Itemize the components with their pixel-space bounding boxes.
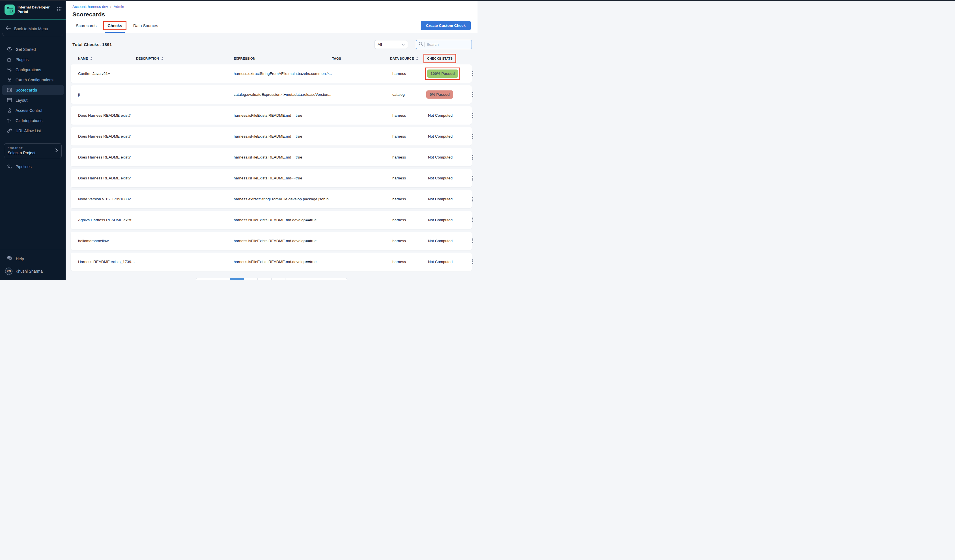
page-button[interactable]: 1 xyxy=(216,278,230,280)
table-row[interactable]: Confirm Java v21+harness.extractStringFr… xyxy=(71,64,472,83)
sort-icon[interactable] xyxy=(90,57,92,61)
sort-icon[interactable] xyxy=(416,57,418,61)
user-menu[interactable]: KS Khushi Sharma xyxy=(0,264,66,280)
cell-expression: harness.isFileExists.README.md.develop==… xyxy=(234,239,332,243)
cell-data-source: harness xyxy=(390,134,426,139)
kebab-menu-icon[interactable] xyxy=(469,216,476,224)
page-button[interactable]: 6 xyxy=(285,278,299,280)
breadcrumb-link[interactable]: Admin xyxy=(114,5,124,9)
cell-checks-stats: Not Computed xyxy=(426,113,469,117)
cell-expression: harness.isFileExists.README.md==true xyxy=(234,176,332,180)
kebab-menu-icon[interactable] xyxy=(469,174,476,183)
tab-checks[interactable]: Checks xyxy=(102,19,128,33)
scorecards-icon xyxy=(7,87,12,92)
tab-data-sources[interactable]: Data Sources xyxy=(130,19,161,33)
sidebar-item-access-control[interactable]: Access Control xyxy=(2,105,64,115)
table-row[interactable]: Harness README exists_173917...harness.i… xyxy=(71,253,472,271)
breadcrumb-link[interactable]: Account: harness-dev xyxy=(72,5,108,9)
stats-text: Not Computed xyxy=(426,113,452,117)
page-button[interactable]: Prev xyxy=(196,278,216,280)
sidebar-item-scorecards[interactable]: Scorecards xyxy=(2,85,64,95)
back-to-main-menu[interactable]: Back to Main Menu xyxy=(0,19,66,33)
table-row[interactable]: Does Harness README exist?harness.isFile… xyxy=(71,106,472,125)
cell-actions xyxy=(469,258,478,266)
sidebar-item-label: URL Allow List xyxy=(16,129,41,133)
sidebar-item-configurations[interactable]: Configurations xyxy=(2,65,64,75)
table-header-row: NAMEDESCRIPTIONEXPRESSIONTAGSDATA SOURCE… xyxy=(71,53,472,64)
kebab-menu-icon[interactable] xyxy=(469,237,476,245)
column-header-checks-stats: CHECKS STATS xyxy=(426,56,469,61)
table-row[interactable]: Does Harness README exist?harness.isFile… xyxy=(71,148,472,167)
cell-expression: harness.isFileExists.README.md==true xyxy=(234,155,332,159)
cell-data-source: harness xyxy=(390,72,426,76)
table-row[interactable]: hellomarshmellowharness.isFileExists.REA… xyxy=(71,232,472,250)
create-custom-check-button[interactable]: Create Custom Check xyxy=(421,21,471,30)
column-header-label: TAGS xyxy=(332,57,341,60)
sidebar-item-plugins[interactable]: Plugins xyxy=(2,55,64,64)
cell-checks-stats: 100% Passed xyxy=(426,69,469,78)
stats-text: Not Computed xyxy=(426,155,452,159)
cell-name: Agniva Harness README exists... xyxy=(78,218,136,222)
kebab-menu-icon[interactable] xyxy=(469,111,476,120)
table-row[interactable]: Does Harness README exist?harness.isFile… xyxy=(71,127,472,145)
sidebar-item-label: OAuth Configurations xyxy=(16,78,53,82)
page-button[interactable]: 4 xyxy=(258,278,272,280)
project-selector[interactable]: PROJECT Select a Project xyxy=(4,143,62,158)
sidebar-bottom-divider xyxy=(0,249,66,249)
sidebar-item-oauth-configurations[interactable]: OAuth Configurations xyxy=(2,75,64,85)
stats-text: Not Computed xyxy=(426,176,452,180)
page-button[interactable]: 8 xyxy=(313,278,327,280)
app-title: Internal Developer Portal xyxy=(17,5,54,14)
page-button[interactable]: 3 xyxy=(244,278,258,280)
sidebar-item-get-started[interactable]: Get Started xyxy=(2,44,64,54)
kebab-menu-icon[interactable] xyxy=(469,70,476,78)
cell-name: Does Harness README exist? xyxy=(78,113,136,117)
section-divider xyxy=(2,33,63,36)
sidebar-item-git-integrations[interactable]: Git Integrations xyxy=(2,115,64,125)
table-row[interactable]: Node Version > 15_1739188021...harness.e… xyxy=(71,190,472,208)
cell-actions xyxy=(469,195,478,203)
tab-scorecards[interactable]: Scorecards xyxy=(72,19,100,33)
sort-icon[interactable] xyxy=(161,57,163,61)
help-label: Help xyxy=(16,257,24,261)
sidebar-item-label: Access Control xyxy=(16,108,42,113)
page-button[interactable]: 2 xyxy=(230,278,244,280)
cell-data-source: catalog xyxy=(390,92,426,97)
chevron-right-icon xyxy=(55,148,58,153)
cell-checks-stats: Not Computed xyxy=(426,239,469,243)
table-row[interactable]: Does Harness README exist?harness.isFile… xyxy=(71,169,472,187)
search-input[interactable] xyxy=(427,42,469,47)
help-button[interactable]: ? Help xyxy=(0,253,66,264)
git-integrations-icon xyxy=(7,118,12,123)
sidebar-nav: Get StartedPluginsConfigurationsOAuth Co… xyxy=(0,39,66,136)
page-button[interactable]: 5 xyxy=(272,278,285,280)
user-name: Khushi Sharma xyxy=(16,269,43,273)
sidebar-item-pipelines[interactable]: Pipelines xyxy=(2,162,64,172)
kebab-menu-icon[interactable] xyxy=(469,132,476,141)
app-switcher-icon[interactable] xyxy=(57,7,62,13)
main-area: Account: harness-dev›Admin Scorecards Sc… xyxy=(66,0,478,280)
checks-content: Total Checks: 1891 All NAMEDESCRIPTION xyxy=(66,33,478,280)
annotation-box: 100% Passed xyxy=(425,67,460,80)
kebab-menu-icon[interactable] xyxy=(469,195,476,203)
sidebar-item-layout[interactable]: Layout xyxy=(2,95,64,105)
page-button[interactable]: 7 xyxy=(299,278,313,280)
table-row[interactable]: jicatalog.evaluateExpression.<+metadata.… xyxy=(71,85,472,104)
oauth-icon xyxy=(7,77,12,82)
cell-actions xyxy=(469,216,478,224)
sidebar-item-url-allow-list[interactable]: URL Allow List xyxy=(2,126,64,136)
cell-expression: harness.extractStringFromAFile.main.baze… xyxy=(234,72,332,76)
page-button[interactable]: Next xyxy=(327,278,348,280)
cell-actions xyxy=(469,132,478,141)
cell-name: hellomarshmellow xyxy=(78,239,136,243)
table-row[interactable]: Agniva Harness README exists...harness.i… xyxy=(71,211,472,229)
filter-dropdown[interactable]: All xyxy=(374,40,408,49)
kebab-menu-icon[interactable] xyxy=(469,153,476,162)
cell-name: Does Harness README exist? xyxy=(78,134,136,139)
cell-data-source: harness xyxy=(390,113,426,117)
kebab-menu-icon[interactable] xyxy=(469,258,476,266)
text-caret xyxy=(424,42,425,47)
kebab-menu-icon[interactable] xyxy=(469,90,476,99)
cell-data-source: harness xyxy=(390,218,426,222)
cell-actions xyxy=(469,111,478,120)
